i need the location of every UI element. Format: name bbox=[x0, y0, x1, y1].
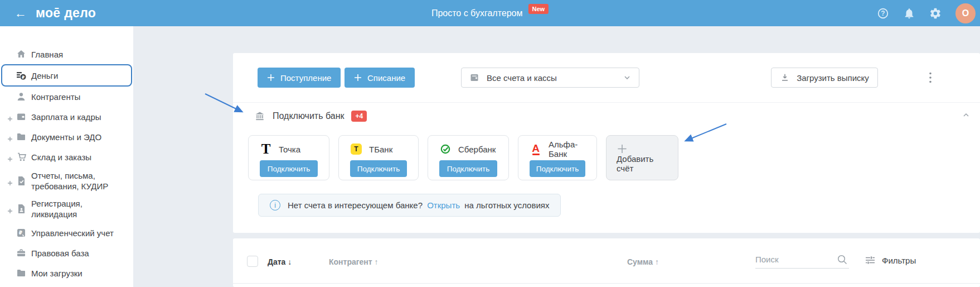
expand-plus-icon[interactable] bbox=[7, 114, 13, 119]
money-icon: ₽ bbox=[16, 70, 27, 81]
top-header: ← мое̄ дело Просто с бухгалтером New ? O bbox=[0, 0, 980, 26]
sidebar-item-documents[interactable]: Документы и ЭДО bbox=[0, 127, 133, 147]
connect-bank-count-badge: +4 bbox=[351, 111, 367, 122]
expand-plus-icon[interactable] bbox=[7, 206, 13, 212]
bank-cards-row: T Точка Подключить Т ТБанк Подключить bbox=[248, 135, 678, 180]
folder-icon bbox=[16, 131, 27, 142]
settings-gear-icon[interactable] bbox=[929, 7, 942, 20]
filters-sliders-icon bbox=[865, 255, 876, 266]
back-arrow-icon[interactable]: ← bbox=[14, 7, 27, 20]
search-icon[interactable] bbox=[837, 254, 848, 265]
sberbank-logo-icon bbox=[439, 143, 452, 155]
briefcase-icon bbox=[16, 247, 27, 259]
sidebar-item-home[interactable]: Главная bbox=[0, 44, 133, 64]
connect-tbank-button[interactable]: Подключить bbox=[350, 160, 407, 177]
connect-alfabank-button[interactable]: Подключить bbox=[530, 160, 585, 177]
expense-button[interactable]: Списание bbox=[345, 68, 415, 88]
promo-text: Просто с бухгалтером bbox=[431, 8, 523, 18]
column-header-contractor[interactable]: Контрагент ↑ bbox=[329, 257, 379, 266]
connect-bank-header: Подключить банк +4 bbox=[254, 109, 367, 123]
plus-icon bbox=[267, 74, 275, 82]
alfabank-logo-icon: А bbox=[530, 143, 542, 155]
accounts-dropdown[interactable]: Все счета и кассы bbox=[461, 68, 639, 88]
cart-icon bbox=[16, 151, 27, 162]
connect-sberbank-button[interactable]: Подключить bbox=[439, 160, 497, 177]
expand-plus-icon[interactable] bbox=[7, 154, 13, 160]
account-book-icon bbox=[469, 73, 479, 83]
sidebar-item-warehouse[interactable]: Склад и заказы bbox=[0, 147, 133, 167]
select-all-checkbox[interactable] bbox=[247, 256, 258, 267]
search-field-wrap bbox=[755, 252, 849, 269]
connect-tochka-button[interactable]: Подключить bbox=[260, 160, 318, 177]
banner-text-after: на льготных условиях bbox=[464, 200, 549, 210]
tochka-logo-icon: T bbox=[260, 143, 272, 155]
sidebar-item-reports[interactable]: Отчеты, письма, требования, КУДИР bbox=[0, 167, 133, 195]
svg-text:₽: ₽ bbox=[19, 230, 22, 236]
bank-building-icon bbox=[254, 111, 265, 122]
banner-text-before: Нет счета в интересующем банке? bbox=[288, 200, 423, 210]
svg-text:₽: ₽ bbox=[22, 75, 25, 80]
table-header-row: Дата ↓ Контрагент ↑ Сумма ↑ bbox=[233, 238, 980, 283]
bank-card-tbank: Т ТБанк Подключить bbox=[338, 135, 419, 180]
sort-asc-arrow: ↑ bbox=[655, 257, 659, 266]
sidebar-item-registration[interactable]: Регистрация, ликвидация bbox=[0, 195, 133, 223]
bank-card-sberbank: Сбербанк Подключить bbox=[428, 135, 509, 180]
bank-card-alfabank: А Альфа-Банк Подключить bbox=[518, 135, 597, 180]
sort-asc-arrow: ↑ bbox=[375, 257, 379, 266]
expand-plus-icon[interactable] bbox=[7, 178, 13, 184]
download-icon bbox=[780, 73, 790, 83]
income-button[interactable]: Поступление bbox=[258, 68, 341, 88]
svg-text:?: ? bbox=[881, 9, 885, 17]
bank-card-tochka: T Точка Подключить bbox=[248, 135, 329, 180]
bank-name: Альфа-Банк bbox=[549, 140, 585, 159]
open-account-link[interactable]: Открыть bbox=[427, 200, 460, 210]
bank-offer-banner: i Нет счета в интересующем банке? Открыт… bbox=[258, 194, 561, 217]
ruble-cursor-icon: ₽ bbox=[16, 227, 27, 238]
search-input[interactable] bbox=[755, 252, 849, 269]
bank-name: ТБанк bbox=[369, 145, 392, 154]
doc-person-icon bbox=[16, 203, 27, 214]
tbank-logo-icon: Т bbox=[350, 143, 362, 155]
add-account-label: Добавить счёт bbox=[617, 154, 668, 173]
sidebar-item-money[interactable]: ₽ Деньги bbox=[1, 64, 132, 87]
plus-icon bbox=[354, 74, 362, 82]
user-avatar[interactable]: O bbox=[955, 3, 976, 23]
divider bbox=[233, 102, 980, 103]
info-icon: i bbox=[270, 200, 280, 211]
chevron-down-icon bbox=[623, 74, 631, 82]
folder-icon bbox=[16, 267, 27, 279]
app-logo[interactable]: мое̄ дело bbox=[36, 6, 96, 21]
wallet-icon bbox=[16, 111, 27, 122]
sidebar-item-management[interactable]: ₽ Управленческий учет bbox=[0, 223, 133, 243]
add-account-card[interactable]: Добавить счёт bbox=[606, 135, 678, 180]
bank-name: Сбербанк bbox=[458, 145, 496, 154]
sidebar-item-my-uploads[interactable]: Мои загрузки bbox=[0, 263, 133, 283]
help-icon[interactable]: ? bbox=[877, 7, 889, 20]
column-header-amount[interactable]: Сумма ↑ bbox=[627, 257, 659, 266]
bank-name: Точка bbox=[279, 145, 300, 154]
filters-button[interactable]: Фильтры bbox=[865, 255, 916, 266]
person-icon bbox=[16, 91, 27, 102]
collapse-section-chevron-up-icon[interactable] bbox=[962, 111, 970, 119]
plus-icon bbox=[617, 144, 628, 154]
doc-check-icon bbox=[16, 175, 27, 186]
divider bbox=[233, 283, 980, 284]
sidebar-item-contractors[interactable]: Контрагенты bbox=[0, 87, 133, 107]
sidebar-item-payroll[interactable]: Зарплата и кадры bbox=[0, 107, 133, 127]
connect-bank-title: Подключить банк bbox=[273, 111, 344, 121]
sidebar-item-legal-base[interactable]: Правовая база bbox=[0, 243, 133, 263]
home-icon bbox=[16, 49, 27, 60]
notifications-bell-icon[interactable] bbox=[903, 7, 915, 20]
new-badge: New bbox=[528, 4, 549, 14]
column-header-date[interactable]: Дата ↓ bbox=[268, 257, 292, 266]
more-options-kebab-icon[interactable] bbox=[923, 70, 938, 85]
upload-statement-button[interactable]: Загрузить выписку bbox=[771, 68, 878, 88]
operations-table-panel: Дата ↓ Контрагент ↑ Сумма ↑ bbox=[233, 238, 980, 287]
expand-plus-icon[interactable] bbox=[7, 134, 13, 140]
money-panel: Поступление Списание Все счета и кассы З… bbox=[233, 53, 980, 233]
sort-desc-arrow: ↓ bbox=[288, 257, 292, 266]
main-content: Поступление Списание Все счета и кассы З… bbox=[133, 26, 980, 287]
app-window: ← мое̄ дело Просто с бухгалтером New ? O bbox=[0, 0, 980, 287]
sidebar: Главная ₽ Деньги Контрагенты Зарплата и … bbox=[0, 26, 133, 287]
filters-label: Фильтры bbox=[882, 256, 916, 265]
